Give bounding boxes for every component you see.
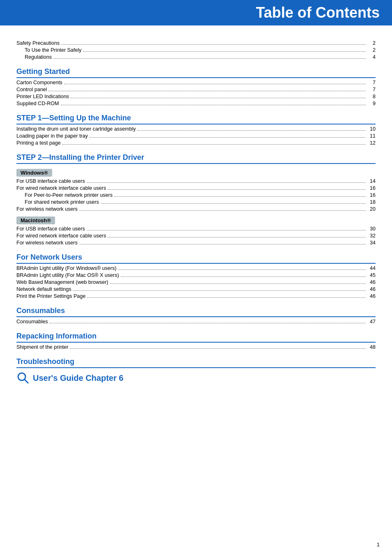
entry-page: 8 bbox=[367, 94, 376, 99]
entry-title: Supplied CD-ROM bbox=[16, 101, 59, 106]
toc-entry: Carton Components7 bbox=[16, 80, 376, 85]
entry-title: Control panel bbox=[16, 87, 47, 92]
entry-page: 16 bbox=[367, 185, 376, 191]
entry-page: 16 bbox=[367, 192, 376, 198]
entry-page: 7 bbox=[367, 80, 376, 85]
entry-page: 14 bbox=[367, 178, 376, 184]
subsection-label: Macintosh® bbox=[21, 217, 51, 223]
toc-entry: Printer LED Indications8 bbox=[16, 94, 376, 99]
toc-entry: BRAdmin Light utility (For Mac OS® X use… bbox=[16, 272, 376, 278]
entry-page: 30 bbox=[367, 226, 376, 232]
entry-title: Consumables bbox=[16, 319, 48, 325]
entry-page: 4 bbox=[367, 54, 376, 60]
entry-title: For wireless network users bbox=[16, 240, 78, 246]
entry-page: 46 bbox=[367, 286, 376, 292]
toc-entry: Installing the drum unit and toner cartr… bbox=[16, 126, 376, 132]
entry-page: 2 bbox=[367, 47, 376, 53]
toc-entry: For wired network interface cable users1… bbox=[16, 185, 376, 191]
entry-page: 46 bbox=[367, 279, 376, 285]
entry-title: Carton Components bbox=[16, 80, 62, 85]
entry-title: For wired network interface cable users bbox=[16, 233, 106, 239]
entry-title: BRAdmin Light utility (For Mac OS® X use… bbox=[16, 272, 119, 278]
entry-dots bbox=[64, 84, 366, 84]
page-footer: 1 bbox=[377, 541, 380, 548]
entry-dots bbox=[53, 58, 366, 59]
toc-entry: Shipment of the printer48 bbox=[16, 344, 376, 350]
entry-dots bbox=[108, 189, 366, 190]
entry-title: Printing a test page bbox=[16, 140, 61, 146]
entry-dots bbox=[118, 269, 366, 270]
entry-page: 9 bbox=[367, 101, 376, 106]
entry-page: 11 bbox=[367, 133, 376, 139]
entry-title: For USB interface cable users bbox=[16, 178, 85, 184]
entry-page: 20 bbox=[367, 206, 376, 212]
section-title: STEP 1—Setting Up the Machine bbox=[16, 114, 376, 122]
toc-entry: Printing a test page12 bbox=[16, 140, 376, 146]
page-number: 1 bbox=[377, 541, 380, 548]
entry-title: BRAdmin Light utility (For Windows® user… bbox=[16, 265, 116, 271]
page-header: Table of Contents bbox=[0, 0, 392, 25]
section-header-consumables: Consumables bbox=[16, 306, 376, 317]
section-header-network-users: For Network Users bbox=[16, 253, 376, 264]
toc-entry: For Peer-to-Peer network printer users16 bbox=[16, 192, 376, 198]
section-title: Repacking Information bbox=[16, 332, 376, 341]
entry-page: 34 bbox=[367, 240, 376, 246]
toc-entry: For wireless network users34 bbox=[16, 240, 376, 246]
toc-content: Safety Precautions2To Use the Printer Sa… bbox=[0, 25, 392, 401]
entry-title: For USB interface cable users bbox=[16, 226, 85, 232]
toc-entry: Network default settings46 bbox=[16, 286, 376, 292]
users-guide-label: User's Guide Chapter 6 bbox=[33, 373, 123, 383]
section-title: Consumables bbox=[16, 306, 376, 315]
entry-dots bbox=[49, 323, 366, 323]
entry-dots bbox=[110, 283, 366, 284]
entry-page: 47 bbox=[367, 319, 376, 325]
entry-page: 48 bbox=[367, 344, 376, 350]
entry-title: For wireless network users bbox=[16, 206, 78, 212]
entry-title: Loading paper in the paper tray bbox=[16, 133, 88, 139]
toc-entry: To Use the Printer Safely2 bbox=[16, 47, 376, 53]
entry-title: For wired network interface cable users bbox=[16, 185, 106, 191]
subsection-box-windows: Windows® bbox=[16, 169, 52, 177]
entry-page: 45 bbox=[367, 272, 376, 278]
toc-entry: For USB interface cable users30 bbox=[16, 226, 376, 232]
entry-page: 7 bbox=[367, 87, 376, 92]
toc-entry: For shared network printer users18 bbox=[16, 199, 376, 205]
section-title: Getting Started bbox=[16, 67, 376, 76]
svg-line-1 bbox=[25, 380, 28, 383]
entry-title: For Peer-to-Peer network printer users bbox=[25, 192, 113, 198]
entry-dots bbox=[79, 244, 366, 244]
entry-page: 12 bbox=[367, 140, 376, 146]
entry-dots bbox=[90, 137, 366, 138]
toc-entry: Supplied CD-ROM9 bbox=[16, 101, 376, 106]
toc-entry: Loading paper in the paper tray11 bbox=[16, 133, 376, 139]
entry-dots bbox=[71, 98, 366, 98]
entry-dots bbox=[48, 91, 366, 91]
entry-dots bbox=[108, 237, 366, 237]
entry-dots bbox=[79, 210, 366, 211]
entry-dots bbox=[70, 348, 366, 349]
entry-title: Network default settings bbox=[16, 286, 71, 292]
entry-title: For shared network printer users bbox=[25, 199, 99, 205]
toc-entry: For wired network interface cable users3… bbox=[16, 233, 376, 239]
entry-page: 32 bbox=[367, 233, 376, 239]
toc-entry: Consumables47 bbox=[16, 319, 376, 325]
entry-title: Regulations bbox=[25, 54, 52, 60]
toc-entry: Safety Precautions2 bbox=[16, 40, 376, 46]
entry-dots bbox=[87, 230, 366, 230]
section-header-step2: STEP 2—Installing the Printer Driver bbox=[16, 153, 376, 164]
entry-title: Shipment of the printer bbox=[16, 344, 68, 350]
entry-page: 10 bbox=[367, 126, 376, 132]
toc-entry: Control panel7 bbox=[16, 87, 376, 92]
entry-page: 46 bbox=[367, 293, 376, 299]
entry-title: Web Based Management (web browser) bbox=[16, 279, 108, 285]
entry-title: Printer LED Indications bbox=[16, 94, 69, 99]
toc-entry: For wireless network users20 bbox=[16, 206, 376, 212]
section-title: For Network Users bbox=[16, 253, 376, 262]
pre-section: Safety Precautions2To Use the Printer Sa… bbox=[16, 40, 376, 60]
toc-entry: For USB interface cable users14 bbox=[16, 178, 376, 184]
toc-entry: BRAdmin Light utility (For Windows® user… bbox=[16, 265, 376, 271]
entry-title: Installing the drum unit and toner cartr… bbox=[16, 126, 136, 132]
entry-page: 44 bbox=[367, 265, 376, 271]
section-header-troubleshooting: Troubleshooting bbox=[16, 357, 376, 368]
entry-dots bbox=[61, 105, 366, 105]
